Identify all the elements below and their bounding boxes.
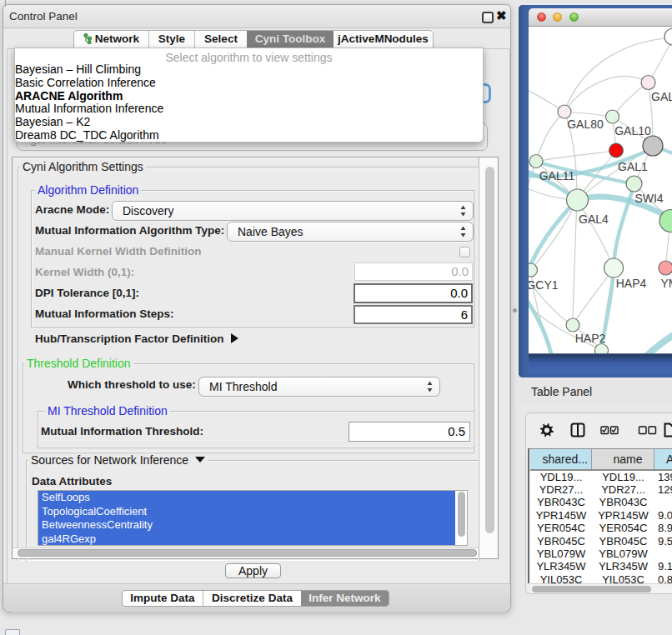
svg-text:SWI4: SWI4	[634, 192, 663, 205]
svg-text:GAL7: GAL7	[651, 90, 672, 103]
svg-text:GCY1: GCY1	[529, 278, 559, 292]
svg-text:YM: YM	[661, 277, 672, 290]
svg-text:HAP4: HAP4	[616, 277, 647, 290]
svg-text:GAL1: GAL1	[618, 160, 648, 173]
svg-text:GAL80: GAL80	[567, 118, 604, 131]
svg-text:GAL4: GAL4	[579, 212, 609, 226]
svg-text:GAL11: GAL11	[539, 169, 575, 182]
svg-text:HAP2: HAP2	[575, 332, 606, 345]
svg-text:GAL10: GAL10	[614, 124, 651, 138]
